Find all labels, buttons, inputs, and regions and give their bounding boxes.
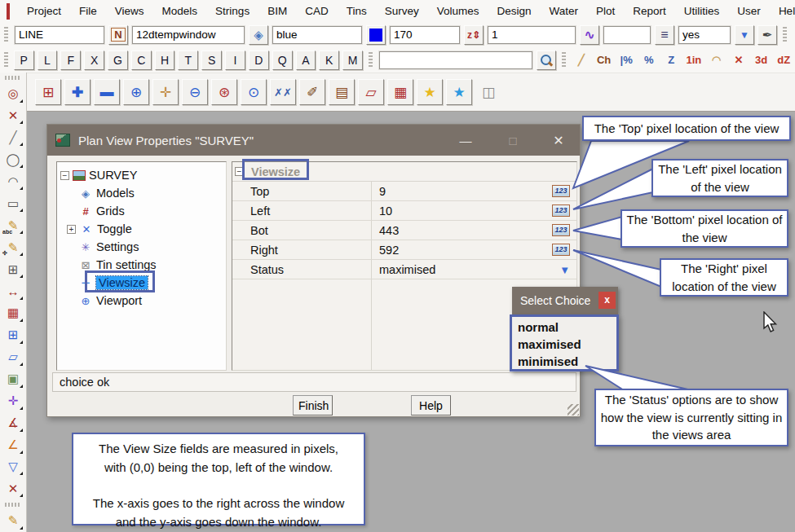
delete-point-button[interactable]: ✕ — [2, 479, 24, 498]
numeric-entry-icon[interactable]: 123 — [552, 224, 570, 236]
colour-input[interactable] — [272, 26, 362, 44]
menu-models[interactable]: Models — [153, 5, 207, 17]
create-arc-button[interactable]: ◠ — [2, 172, 24, 191]
snap-point-button[interactable]: ◎ — [2, 85, 24, 103]
resize-grip[interactable] — [568, 404, 579, 415]
popup-close-button[interactable]: x — [598, 292, 616, 309]
menu-survey[interactable]: Survey — [376, 5, 428, 17]
search-button[interactable] — [537, 51, 556, 70]
snap-cross-button[interactable]: ✕ — [2, 107, 24, 125]
menu-utilities[interactable]: Utilities — [675, 5, 729, 17]
menu-help[interactable]: Help — [770, 5, 795, 17]
name-toggle-button[interactable]: N — [108, 25, 128, 45]
option-minimised[interactable]: minimised — [518, 353, 616, 370]
maximize-button[interactable]: □ — [497, 125, 529, 156]
polygon-button[interactable]: ▱ — [2, 348, 24, 367]
fence-button[interactable]: ▽ — [2, 458, 24, 477]
numeric-entry-icon[interactable]: 123 — [552, 204, 570, 217]
bearing-icon[interactable]: ╱ — [570, 54, 593, 66]
dialog-titlebar[interactable]: Plan View Properties "SURVEY" — □ ✕ — [47, 125, 580, 156]
symbol-edit-button[interactable]: ✎✣ — [2, 238, 24, 257]
row-value[interactable]: 592 — [371, 244, 399, 257]
close-icon[interactable]: ✕ — [542, 125, 575, 156]
menu-file[interactable]: File — [70, 5, 106, 17]
zoom-all-button[interactable]: ⊛ — [211, 79, 237, 105]
measure-bearing-button[interactable]: ↔ — [2, 282, 24, 301]
toolbar-grip[interactable] — [5, 76, 21, 80]
tree-item-tin-settings[interactable]: ⊠ Tin settings — [60, 256, 226, 274]
row-value[interactable]: maximised — [371, 263, 435, 276]
app-icon[interactable] — [7, 3, 10, 20]
z-ruler-button[interactable]: z⇕ — [464, 25, 484, 45]
collapse-icon[interactable]: − — [60, 171, 69, 180]
row-value[interactable]: 9 — [371, 185, 386, 198]
colour-swatch-button[interactable] — [366, 25, 386, 45]
layout-button[interactable]: ◫ — [475, 79, 501, 105]
key-k-button[interactable]: K — [319, 51, 339, 70]
create-circle-button[interactable]: ◯ — [2, 150, 24, 169]
minimize-button[interactable]: — — [449, 125, 482, 156]
delta-z-icon[interactable]: dZ — [772, 54, 795, 66]
grade-icon[interactable]: % — [638, 54, 660, 66]
option-normal[interactable]: normal — [518, 319, 616, 336]
finish-button[interactable]: Finish — [293, 395, 333, 415]
one-inch-icon[interactable]: 1in — [682, 54, 705, 66]
key-t-button[interactable]: T — [178, 51, 198, 70]
fit-button[interactable]: ⊕ — [123, 79, 149, 105]
height-icon[interactable]: Z — [660, 54, 683, 66]
row-value[interactable]: 10 — [371, 204, 392, 218]
menu-user[interactable]: User — [728, 5, 770, 17]
tree-item-toggle[interactable]: + ✕ Toggle — [60, 220, 226, 238]
intersect-icon[interactable]: ✕ — [727, 54, 750, 66]
style-input[interactable] — [603, 26, 651, 44]
grade-left-icon[interactable]: |% — [615, 54, 638, 66]
tree-item-viewport[interactable]: ⊕ Viewport — [60, 292, 226, 310]
key-g-button[interactable]: G — [108, 51, 128, 70]
use-input[interactable] — [678, 26, 731, 44]
tree-item-viewsize[interactable]: ✛ Viewsize — [60, 274, 226, 292]
add-view-button[interactable]: ✚ — [64, 79, 91, 105]
plot-button[interactable]: ▤ — [329, 79, 355, 105]
new-window-button[interactable]: ⊞ — [2, 326, 24, 345]
menu-plot[interactable]: Plot — [587, 5, 624, 17]
toolbar-grip[interactable] — [562, 52, 566, 68]
eyedropper-button[interactable]: ✒ — [757, 25, 777, 45]
profile-button[interactable]: ∠ — [2, 436, 24, 455]
numeric-entry-icon[interactable]: 123 — [552, 244, 570, 256]
menu-cad[interactable]: CAD — [296, 5, 338, 17]
toolbar-grip[interactable] — [783, 27, 787, 43]
minimize-views-button[interactable]: ▬ — [94, 79, 120, 105]
plot-frame-button[interactable]: ⊞ — [2, 260, 24, 279]
search-input[interactable] — [379, 51, 533, 69]
menu-design[interactable]: Design — [488, 5, 541, 17]
key-h-button[interactable]: H — [155, 51, 175, 70]
menu-project[interactable]: Project — [18, 5, 70, 17]
copy-button[interactable]: ▱ — [358, 79, 384, 105]
create-rectangle-button[interactable]: ▭ — [2, 194, 24, 213]
zoom-previous-button[interactable]: ⊙ — [241, 79, 267, 105]
key-f-button[interactable]: F — [60, 51, 81, 70]
help-button[interactable]: Help — [411, 395, 451, 415]
redraw-button[interactable]: ✗✗ — [270, 79, 296, 105]
favourites-blue-button[interactable]: ★ — [446, 79, 472, 105]
distance-3d-icon[interactable]: 3d — [750, 54, 773, 66]
create-line-button[interactable]: ╱ — [2, 128, 24, 147]
measure-angle-button[interactable]: ∡ — [2, 414, 24, 433]
cad-type-input[interactable] — [15, 26, 104, 44]
model-list-button[interactable]: ◈ — [249, 25, 268, 45]
model-name-input[interactable] — [132, 26, 245, 44]
key-i-button[interactable]: I — [225, 51, 245, 70]
expand-icon[interactable]: + — [67, 225, 76, 234]
key-l-button[interactable]: L — [38, 51, 58, 70]
toolbar-grip[interactable] — [4, 27, 8, 43]
tree-item-settings[interactable]: ✳ Settings — [60, 238, 226, 256]
menu-views[interactable]: Views — [106, 5, 153, 17]
views-button[interactable]: ⊞ — [35, 79, 61, 105]
key-d-button[interactable]: D — [249, 51, 269, 70]
key-x-button[interactable]: X — [84, 51, 104, 70]
popup-titlebar[interactable]: Select Choice x — [512, 287, 618, 314]
table-button[interactable]: ▦ — [2, 304, 24, 323]
menu-water[interactable]: Water — [541, 5, 588, 17]
chainage-icon[interactable]: Ch — [593, 54, 616, 66]
image-view-button[interactable]: ▣ — [2, 370, 24, 389]
